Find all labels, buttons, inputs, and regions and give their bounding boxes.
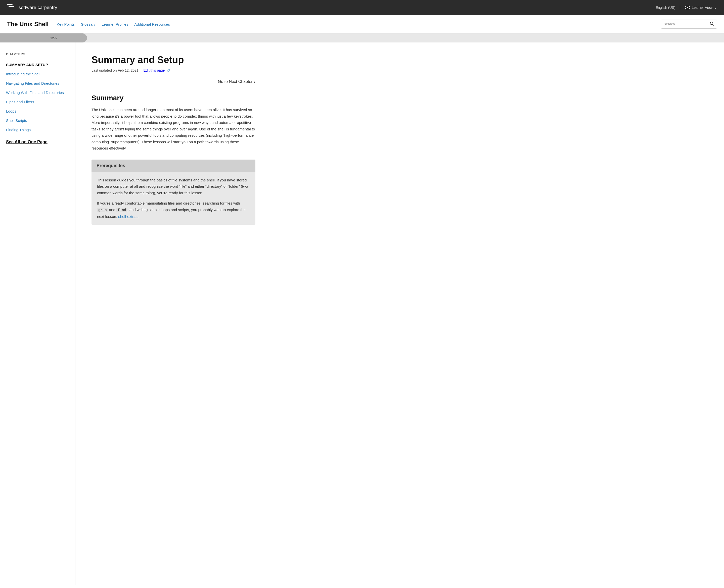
nav-key-points[interactable]: Key Points xyxy=(57,22,75,26)
prereq-paragraph-2: If you’re already comfortable manipulati… xyxy=(97,200,250,219)
sidebar-link-working-with-files[interactable]: Working With Files and Directories xyxy=(6,90,64,95)
progress-fill xyxy=(0,34,87,42)
nav-learner-profiles[interactable]: Learner Profiles xyxy=(102,22,128,26)
sidebar-item-shell-scripts[interactable]: Shell Scripts xyxy=(6,116,69,125)
sidebar-link-introducing-shell[interactable]: Introducing the Shell xyxy=(6,72,40,76)
sidebar-item-finding-things[interactable]: Finding Things xyxy=(6,125,69,134)
secondary-header: The Unix Shell Key Points Glossary Learn… xyxy=(0,15,724,34)
page-meta: Last updated on Feb 12, 2021 | Edit this… xyxy=(91,68,255,72)
sidebar-item-loops[interactable]: Loops xyxy=(6,107,69,116)
learner-view-toggle[interactable]: Learner View ⌄ xyxy=(685,5,717,9)
progress-label: 12% xyxy=(50,36,57,40)
edit-page-label: Edit this page xyxy=(143,68,165,72)
shell-extras-link[interactable]: shell-extras. xyxy=(118,214,139,218)
prereq-p2-mid: and xyxy=(108,208,117,212)
page-title: Summary and Setup xyxy=(91,55,255,65)
prereq-paragraph-1: This lesson guides you through the basic… xyxy=(97,177,250,196)
grep-code: grep xyxy=(97,208,108,212)
eye-icon xyxy=(685,6,690,9)
chevron-right-icon: › xyxy=(254,79,255,84)
svg-point-2 xyxy=(7,4,8,5)
sidebar-link-pipes-filters[interactable]: Pipes and Filters xyxy=(6,100,34,104)
edit-page-link[interactable]: Edit this page xyxy=(143,68,170,72)
sidebar-link-finding-things[interactable]: Finding Things xyxy=(6,128,31,132)
top-nav: software carpentry English (US) | Learne… xyxy=(0,0,724,15)
progress-bar-container: 12% xyxy=(0,34,724,42)
main-layout: CHAPTERS SUMMARY AND SETUP Introducing t… xyxy=(0,42,724,585)
language-label[interactable]: English (US) xyxy=(656,5,676,9)
content-area: Summary and Setup Last updated on Feb 12… xyxy=(76,42,271,585)
search-button[interactable] xyxy=(710,21,714,27)
sidebar-item-pipes-filters[interactable]: Pipes and Filters xyxy=(6,97,69,107)
find-code: find xyxy=(117,208,127,212)
summary-title: Summary xyxy=(91,94,255,102)
nav-divider: | xyxy=(680,5,681,10)
sidebar-item-summary-setup[interactable]: SUMMARY AND SETUP xyxy=(6,60,69,69)
svg-line-7 xyxy=(169,70,169,70)
sidebar: CHAPTERS SUMMARY AND SETUP Introducing t… xyxy=(0,42,76,585)
prerequisites-header: Prerequisites xyxy=(91,160,255,172)
see-all-link[interactable]: See All on One Page xyxy=(6,140,47,144)
nav-glossary[interactable]: Glossary xyxy=(81,22,96,26)
svg-rect-1 xyxy=(8,6,14,7)
last-updated: Last updated on Feb 12, 2021 xyxy=(91,68,139,72)
edit-icon xyxy=(166,68,170,72)
search-input[interactable] xyxy=(664,22,708,26)
nav-additional-resources[interactable]: Additional Resources xyxy=(134,22,170,26)
next-chapter-label: Go to Next Chapter xyxy=(218,79,253,84)
see-all-item[interactable]: See All on One Page xyxy=(6,140,69,145)
search-icon xyxy=(710,21,714,26)
sidebar-item-introducing-shell[interactable]: Introducing the Shell xyxy=(6,69,69,79)
next-chapter-link[interactable]: Go to Next Chapter › xyxy=(218,79,255,84)
sidebar-link-loops[interactable]: Loops xyxy=(6,109,16,113)
sidebar-link-summary-setup[interactable]: SUMMARY AND SETUP xyxy=(6,63,48,67)
sidebar-item-working-with-files[interactable]: Working With Files and Directories xyxy=(6,88,69,97)
next-chapter-btn[interactable]: Go to Next Chapter › xyxy=(91,79,255,84)
chapters-label: CHAPTERS xyxy=(6,52,69,56)
lesson-title: The Unix Shell xyxy=(7,21,48,28)
meta-separator: | xyxy=(141,68,142,72)
summary-text: The Unix shell has been around longer th… xyxy=(91,107,255,151)
nav-right: English (US) | Learner View ⌄ xyxy=(656,5,717,10)
sidebar-link-shell-scripts[interactable]: Shell Scripts xyxy=(6,118,27,123)
prerequisites-box: Prerequisites This lesson guides you thr… xyxy=(91,160,255,225)
chevron-down-icon: ⌄ xyxy=(714,5,717,9)
prerequisites-body: This lesson guides you through the basic… xyxy=(91,172,255,225)
svg-point-4 xyxy=(687,7,688,8)
search-box[interactable] xyxy=(661,20,717,29)
sidebar-item-navigating-files[interactable]: Navigating Files and Directories xyxy=(6,79,69,88)
header-nav: Key Points Glossary Learner Profiles Add… xyxy=(57,22,653,26)
logo-icon xyxy=(7,3,16,12)
logo-area: software carpentry xyxy=(7,3,57,12)
prereq-p2-start: If you’re already comfortable manipulati… xyxy=(97,201,240,205)
sidebar-link-navigating-files[interactable]: Navigating Files and Directories xyxy=(6,81,59,85)
svg-line-6 xyxy=(713,24,714,26)
logo-text: software carpentry xyxy=(19,5,57,10)
